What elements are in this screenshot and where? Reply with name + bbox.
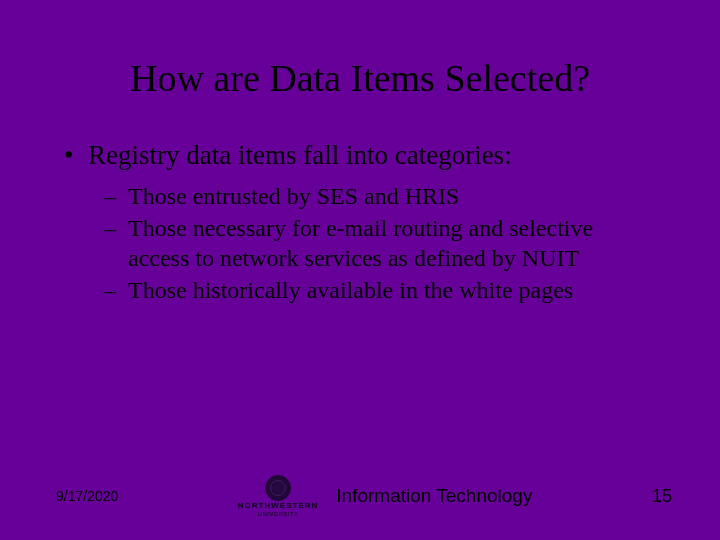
- bullet-level2-text: Those entrusted by SES and HRIS: [128, 181, 660, 211]
- footer-department: Information Technology: [336, 485, 532, 507]
- bullet-dash-icon: –: [104, 181, 128, 211]
- bullet-level2-text: Those necessary for e-mail routing and s…: [128, 213, 660, 273]
- footer-date: 9/17/2020: [56, 488, 118, 504]
- bullet-level2: – Those historically available in the wh…: [104, 275, 660, 305]
- bullet-level1-text: Registry data items fall into categories…: [88, 140, 660, 171]
- bullet-dash-icon: –: [104, 213, 128, 273]
- footer-center: NORTHWESTERN UNIVERSITY Information Tech…: [238, 475, 533, 517]
- university-name: NORTHWESTERN: [238, 502, 318, 510]
- sub-bullet-list: – Those entrusted by SES and HRIS – Thos…: [60, 181, 660, 305]
- slide-title: How are Data Items Selected?: [0, 0, 720, 110]
- footer-page-number: 15: [652, 486, 672, 507]
- slide-footer: 9/17/2020 NORTHWESTERN UNIVERSITY Inform…: [0, 468, 720, 524]
- bullet-level2: – Those necessary for e-mail routing and…: [104, 213, 660, 273]
- bullet-dot-icon: •: [60, 140, 88, 171]
- university-logo: NORTHWESTERN UNIVERSITY: [238, 475, 318, 517]
- bullet-level1: • Registry data items fall into categori…: [60, 140, 660, 171]
- university-seal-icon: [265, 475, 291, 501]
- bullet-level2-text: Those historically available in the whit…: [128, 275, 660, 305]
- bullet-level2: – Those entrusted by SES and HRIS: [104, 181, 660, 211]
- bullet-dash-icon: –: [104, 275, 128, 305]
- university-subtitle: UNIVERSITY: [258, 511, 299, 517]
- slide: How are Data Items Selected? • Registry …: [0, 0, 720, 540]
- slide-content: • Registry data items fall into categori…: [0, 110, 720, 305]
